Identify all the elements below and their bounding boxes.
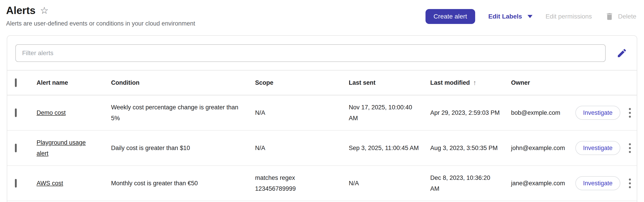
condition-cell: Weekly cost percentage change is greater… <box>111 102 242 124</box>
toolbar: Create alert Edit Labels Edit permission… <box>426 9 636 24</box>
alerts-card: Alert name Condition Scope Last sent Las… <box>7 35 637 202</box>
condition-cell: Daily cost is greater than $10 <box>111 143 190 153</box>
page-subtitle: Alerts are user-defined events or condit… <box>6 20 195 27</box>
column-header-owner[interactable]: Owner <box>511 77 576 88</box>
last-modified-cell: Apr 29, 2023, 2:59:03 PM <box>430 107 500 118</box>
investigate-button[interactable]: Investigate <box>576 141 620 155</box>
row-menu-button[interactable] <box>627 176 633 190</box>
row-checkbox[interactable] <box>15 179 17 187</box>
condition-cell: Monthly cost is greater than €50 <box>111 178 198 189</box>
kebab-icon <box>629 178 631 180</box>
last-modified-cell: Aug 3, 2023, 3:50:35 PM <box>430 143 498 153</box>
delete-button[interactable]: Delete <box>605 12 636 21</box>
owner-cell: jane@example.com <box>511 178 565 189</box>
trash-icon <box>605 12 614 21</box>
kebab-icon <box>629 108 631 110</box>
delete-label: Delete <box>618 13 636 20</box>
favorite-star-icon[interactable]: ☆ <box>40 6 48 15</box>
edit-permissions-label: Edit permissions <box>546 13 592 20</box>
scope-cell: N/A <box>255 143 265 153</box>
row-menu-button[interactable] <box>627 106 633 120</box>
select-all-cell <box>15 77 36 88</box>
edit-permissions-button[interactable]: Edit permissions <box>546 13 592 20</box>
last-sent-cell: N/A <box>349 178 359 189</box>
owner-cell: bob@exmple.com <box>511 107 560 118</box>
sort-ascending-icon: ↑ <box>473 77 476 88</box>
table-row: AWS cost Monthly cost is greater than €5… <box>7 166 637 201</box>
select-all-checkbox[interactable] <box>15 78 17 87</box>
owner-cell: john@example.com <box>511 143 565 153</box>
row-menu-button[interactable] <box>627 141 633 155</box>
column-header-alert-name[interactable]: Alert name <box>36 77 111 88</box>
chevron-down-icon <box>528 15 532 18</box>
column-header-last-modified[interactable]: Last modified ↑ <box>430 77 511 88</box>
page-title: Alerts <box>6 5 36 16</box>
page-header: Alerts ☆ Alerts are user-defined events … <box>0 0 644 27</box>
scope-cell: matches regex 123456789999 <box>255 172 323 194</box>
kebab-icon <box>629 143 631 145</box>
filter-section <box>7 36 637 71</box>
last-sent-cell: Sep 3, 2025, 11:00:45 AM <box>349 143 419 153</box>
table-row: Playground usage alert Daily cost is gre… <box>7 131 637 166</box>
edit-filter-button[interactable] <box>615 46 629 60</box>
alert-name-link[interactable]: Demo cost <box>36 107 66 118</box>
column-header-scope[interactable]: Scope <box>255 77 349 88</box>
edit-labels-label: Edit Labels <box>488 13 522 20</box>
alert-name-link[interactable]: Playground usage alert <box>36 137 91 159</box>
column-header-condition[interactable]: Condition <box>111 77 255 88</box>
column-header-last-sent[interactable]: Last sent <box>349 77 430 88</box>
table-row: Demo cost Weekly cost percentage change … <box>7 95 637 131</box>
row-checkbox[interactable] <box>15 144 17 152</box>
scope-cell: N/A <box>255 107 265 118</box>
investigate-button[interactable]: Investigate <box>576 106 620 120</box>
pencil-icon <box>616 48 627 59</box>
alert-name-link[interactable]: AWS cost <box>36 178 63 189</box>
edit-labels-button[interactable]: Edit Labels <box>488 13 532 20</box>
table-header-row: Alert name Condition Scope Last sent Las… <box>7 71 637 95</box>
last-sent-cell: Nov 17, 2025, 10:00:40 AM <box>349 102 419 124</box>
row-checkbox[interactable] <box>15 108 17 117</box>
investigate-button[interactable]: Investigate <box>576 176 620 190</box>
filter-alerts-input[interactable] <box>15 44 606 62</box>
last-modified-cell: Dec 8, 2023, 10:36:20 AM <box>430 172 501 194</box>
heading-block: Alerts ☆ Alerts are user-defined events … <box>6 5 195 27</box>
create-alert-button[interactable]: Create alert <box>426 9 476 24</box>
